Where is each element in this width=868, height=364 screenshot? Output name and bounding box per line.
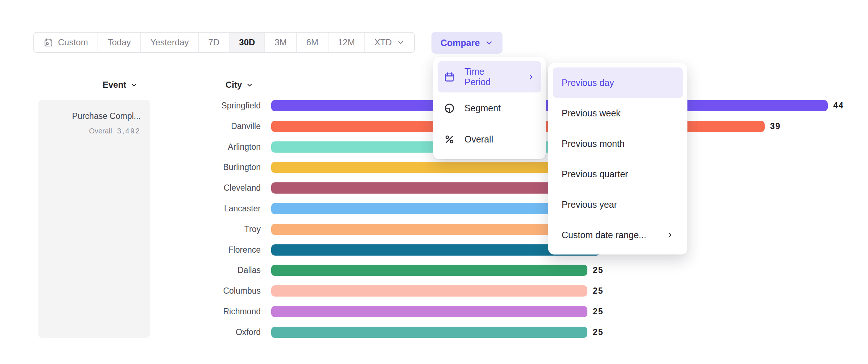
- compare-menu-item-time-period[interactable]: Time Period: [438, 61, 541, 92]
- time-period-option-previous-day[interactable]: Previous day: [553, 67, 683, 98]
- menu-item-label: Time Period: [464, 66, 508, 87]
- compare-menu-item-segment[interactable]: Segment: [438, 92, 541, 124]
- bar-richmond[interactable]: [271, 306, 587, 317]
- segment-icon: [444, 103, 455, 114]
- bar-value: 25: [593, 285, 604, 297]
- chart-row-lancaster: Lancaster: [0, 203, 868, 214]
- time-period-option-previous-quarter[interactable]: Previous quarter: [553, 159, 683, 189]
- chevron-down-icon: [485, 38, 493, 47]
- menu-item-label: Segment: [464, 103, 501, 113]
- chevron-right-icon: [527, 73, 535, 81]
- calendar-icon: [444, 71, 455, 83]
- menu-item-label: Previous day: [562, 78, 614, 88]
- bar-columbus[interactable]: [271, 285, 587, 297]
- menu-item-label: Previous week: [562, 108, 621, 119]
- bar-label: Dallas: [152, 265, 261, 276]
- bar-label: Columbus: [152, 285, 261, 297]
- chevron-right-icon: [666, 231, 674, 239]
- compare-dropdown-menu: Time PeriodSegmentOverall: [433, 57, 546, 159]
- bar-label: Danville: [152, 121, 261, 132]
- time-period-option-previous-month[interactable]: Previous month: [553, 128, 683, 159]
- chart-row-richmond: Richmond25: [0, 306, 868, 317]
- chart-row-burlington: Burlington: [0, 162, 868, 173]
- menu-item-label: Overall: [464, 134, 493, 145]
- menu-item-label: Previous year: [562, 199, 617, 210]
- bar-label: Springfield: [152, 100, 261, 111]
- compare-button[interactable]: Compare: [431, 32, 503, 54]
- bar-label: Cleveland: [152, 182, 261, 194]
- bar-label: Florence: [152, 244, 261, 256]
- bar-value: 39: [770, 121, 781, 132]
- insights-report-page: CustomTodayYesterday7D30D3M6M12MXTD Comp…: [0, 0, 868, 364]
- chart-row-troy: Troy: [0, 224, 868, 235]
- menu-item-label: Custom date range...: [562, 230, 646, 240]
- bar-value: 44: [833, 100, 844, 111]
- chart-row-columbus: Columbus25: [0, 285, 868, 297]
- bar-label: Oxford: [152, 327, 261, 338]
- chart-row-oxford: Oxford25: [0, 327, 868, 338]
- bar-value: 25: [593, 306, 604, 317]
- menu-item-label: Previous quarter: [562, 169, 628, 179]
- bar-dallas[interactable]: [271, 265, 587, 276]
- chart-row-florence: Florence: [0, 244, 868, 256]
- time-period-submenu: Previous dayPrevious weekPrevious monthP…: [548, 63, 687, 255]
- bar-label: Richmond: [152, 306, 261, 317]
- chart-row-dallas: Dallas25: [0, 265, 868, 276]
- bar-label: Lancaster: [152, 203, 261, 214]
- bar-chart: Springfield44Danville39ArlingtonBurlingt…: [0, 0, 868, 364]
- compare-button-label: Compare: [441, 38, 480, 48]
- menu-item-label: Previous month: [562, 138, 625, 149]
- bar-value: 25: [593, 327, 604, 338]
- bar-label: Burlington: [152, 162, 261, 173]
- chart-row-cleveland: Cleveland: [0, 182, 868, 194]
- time-period-option-previous-year[interactable]: Previous year: [553, 189, 683, 220]
- bar-label: Troy: [152, 224, 261, 235]
- bar-label: Arlington: [152, 141, 261, 153]
- time-period-option-custom-date-range[interactable]: Custom date range...: [553, 220, 683, 250]
- percent-icon: [444, 134, 455, 145]
- compare-menu-item-overall[interactable]: Overall: [438, 124, 541, 155]
- bar-value: 25: [593, 265, 604, 276]
- time-period-option-previous-week[interactable]: Previous week: [553, 98, 683, 128]
- bar-oxford[interactable]: [271, 327, 587, 338]
